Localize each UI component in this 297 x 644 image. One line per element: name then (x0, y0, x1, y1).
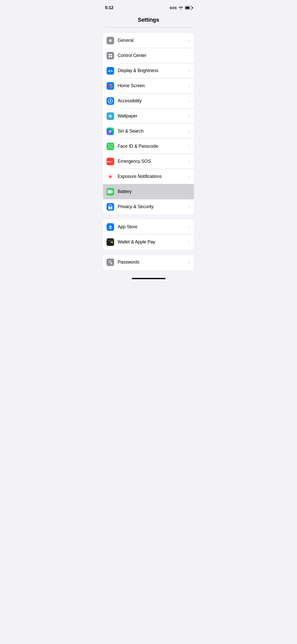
sos-icon: SOS (107, 158, 114, 165)
control-center-label: Control Center (118, 53, 187, 58)
settings-section-2: App Store › Wallet & Apple Pay › (103, 219, 194, 250)
settings-row-wallpaper[interactable]: Wallpaper › (103, 109, 194, 124)
settings-row-control-center[interactable]: Control Center › (103, 48, 194, 63)
settings-row-faceid[interactable]: Face ID & Passcode › (103, 139, 194, 154)
siri-label: Siri & Search (118, 128, 187, 134)
svg-point-34 (111, 146, 111, 146)
settings-row-privacy[interactable]: Privacy & Security › (103, 199, 194, 214)
wallpaper-icon (107, 112, 114, 120)
settings-row-wallet[interactable]: Wallet & Apple Pay › (103, 235, 194, 250)
settings-row-appstore[interactable]: App Store › (103, 219, 194, 235)
passwords-icon (107, 259, 114, 266)
settings-row-battery[interactable]: Battery › (103, 184, 194, 199)
battery-label: Battery (118, 189, 187, 194)
privacy-chevron: › (189, 205, 190, 209)
settings-row-home-screen[interactable]: Home Screen › (103, 78, 194, 93)
settings-row-sos[interactable]: SOS Emergency SOS › (103, 154, 194, 169)
settings-row-accessibility[interactable]: Accessibility › (103, 93, 194, 109)
svg-rect-54 (108, 240, 113, 241)
svg-point-56 (111, 242, 112, 243)
status-bar: 5:12 SOS (99, 0, 198, 14)
title-divider (104, 27, 193, 27)
home-screen-icon (107, 82, 114, 90)
settings-row-passwords[interactable]: Passwords › (103, 255, 194, 270)
svg-point-50 (110, 207, 111, 208)
svg-point-25 (109, 115, 110, 115)
wallpaper-label: Wallpaper (118, 113, 187, 119)
battery-icon (107, 188, 114, 196)
svg-point-0 (110, 40, 111, 41)
svg-point-24 (112, 116, 112, 116)
settings-row-display[interactable]: AA Display & Brightness › (103, 63, 194, 78)
svg-point-39 (110, 178, 111, 179)
sos-label: Emergency SOS (118, 159, 187, 164)
page-title: Settings (99, 15, 198, 27)
svg-rect-48 (108, 190, 112, 193)
svg-point-42 (109, 175, 109, 175)
settings-section-1: General › Control Center › AA Display & … (103, 33, 194, 214)
accessibility-label: Accessibility (118, 98, 187, 104)
svg-point-26 (111, 117, 112, 117)
svg-point-10 (108, 85, 110, 87)
svg-point-12 (111, 85, 113, 87)
exposure-icon (107, 173, 114, 180)
exposure-chevron: › (189, 174, 190, 179)
exposure-label: Exposure Notifications (118, 174, 187, 179)
svg-point-9 (111, 84, 113, 85)
control-center-icon (107, 52, 114, 59)
svg-point-38 (110, 174, 111, 175)
svg-rect-5 (111, 56, 112, 57)
svg-point-41 (112, 176, 113, 177)
settings-section-3: Passwords › (103, 255, 194, 270)
sos-chevron: › (189, 159, 190, 164)
wallet-icon (107, 238, 114, 246)
svg-rect-4 (109, 56, 110, 57)
wifi-icon (179, 6, 183, 10)
passwords-chevron: › (189, 260, 190, 265)
wallet-label: Wallet & Apple Pay (118, 239, 187, 245)
svg-point-8 (110, 84, 111, 85)
settings-row-siri[interactable]: Siri & Search › (103, 124, 194, 139)
svg-point-15 (111, 87, 113, 88)
home-screen-chevron: › (189, 84, 190, 88)
svg-point-28 (109, 117, 110, 117)
passwords-label: Passwords (118, 260, 187, 265)
display-chevron: › (189, 69, 190, 73)
svg-point-11 (110, 85, 111, 87)
faceid-icon (107, 143, 114, 150)
settings-row-general[interactable]: General › (103, 33, 194, 48)
privacy-label: Privacy & Security (118, 204, 187, 209)
appstore-chevron: › (189, 225, 190, 229)
status-time: 5:12 (105, 5, 113, 10)
general-label: General (118, 38, 187, 43)
battery-chevron: › (189, 189, 190, 194)
appstore-icon (107, 223, 114, 231)
svg-point-33 (110, 146, 110, 146)
faceid-chevron: › (189, 144, 190, 149)
svg-point-21 (110, 114, 111, 115)
accessibility-icon (107, 97, 114, 105)
svg-rect-47 (112, 191, 113, 192)
svg-point-22 (110, 117, 111, 118)
siri-icon (107, 127, 114, 135)
general-chevron: › (189, 38, 190, 43)
svg-point-43 (111, 178, 112, 178)
svg-point-37 (109, 175, 112, 178)
accessibility-chevron: › (189, 99, 190, 103)
settings-row-exposure[interactable]: Exposure Notifications › (103, 169, 194, 184)
general-icon (107, 37, 114, 44)
svg-point-40 (108, 176, 109, 177)
home-indicator (132, 278, 166, 279)
privacy-icon (107, 203, 114, 211)
svg-point-45 (109, 178, 109, 178)
svg-point-29 (110, 115, 111, 117)
display-icon: AA (107, 67, 114, 75)
svg-point-44 (111, 175, 112, 175)
svg-text:AA: AA (108, 69, 113, 73)
svg-point-13 (108, 87, 110, 88)
control-center-chevron: › (189, 53, 190, 58)
svg-point-17 (110, 100, 111, 100)
svg-point-27 (111, 115, 112, 115)
svg-point-7 (108, 84, 110, 85)
wallet-chevron: › (189, 240, 190, 244)
